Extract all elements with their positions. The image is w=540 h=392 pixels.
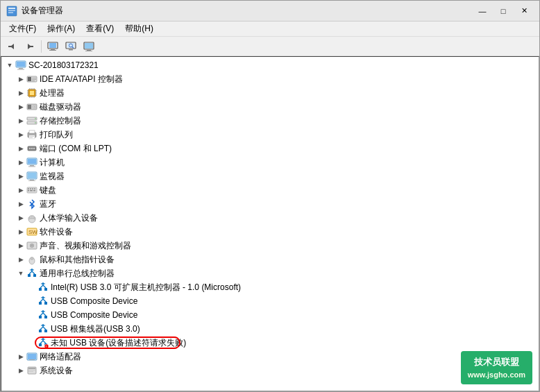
- tree-item-usb-comp2[interactable]: ▶ USB Composite Device: [1, 308, 539, 322]
- menu-view[interactable]: 查看(V): [81, 22, 119, 36]
- watermark-line1: 技术员联盟: [468, 355, 525, 369]
- menu-help[interactable]: 帮助(H): [119, 22, 159, 36]
- tree-item-usb[interactable]: ▼ 通用串行总线控制器: [1, 266, 539, 280]
- toolbar-scan-button[interactable]: [62, 39, 79, 54]
- computer-toolbar-icon: [47, 42, 58, 51]
- svg-rect-103: [39, 330, 42, 332]
- tree-item-cpu[interactable]: ▶: [1, 86, 539, 100]
- maximize-button[interactable]: □: [493, 4, 513, 18]
- network-expander[interactable]: ▶: [15, 351, 26, 362]
- tree-item-port[interactable]: ▶ 端口 (COM 和 LPT): [1, 142, 539, 155]
- svg-rect-26: [28, 77, 31, 81]
- keyboard-icon: [26, 185, 37, 196]
- bluetooth-expander[interactable]: ▶: [15, 198, 26, 210]
- tree-item-usb-comp1[interactable]: ▶ USB Composite Device: [1, 294, 539, 308]
- toolbar-computer-button[interactable]: [44, 39, 61, 54]
- svg-rect-116: [28, 370, 35, 370]
- svg-point-58: [29, 148, 31, 149]
- svg-point-108: [42, 339, 44, 340]
- watermark-line2: www.jsgho.com: [468, 369, 525, 381]
- root-expander[interactable]: ▼: [4, 60, 15, 71]
- storage-expander[interactable]: ▶: [15, 115, 26, 126]
- svg-rect-29: [32, 80, 35, 81]
- svg-rect-63: [30, 165, 34, 167]
- tree-item-print[interactable]: ▶ 打印队列: [1, 128, 539, 142]
- minimize-button[interactable]: —: [473, 4, 492, 18]
- device-tree[interactable]: ▼ SC-201803172321 ▶: [1, 56, 539, 391]
- tree-item-hid[interactable]: ▶ 人体学输入设备: [1, 211, 539, 225]
- system-expander[interactable]: ▶: [15, 365, 26, 376]
- keyboard-label: 键盘: [40, 185, 56, 196]
- usb-expander[interactable]: ▼: [15, 268, 26, 279]
- svg-rect-31: [30, 91, 34, 95]
- usb-hub-label: USB 根集线器(USB 3.0): [51, 323, 140, 335]
- keyboard-expander[interactable]: ▶: [15, 185, 26, 196]
- disk-label: 磁盘驱动器: [40, 101, 81, 113]
- svg-rect-97: [39, 302, 42, 305]
- close-button[interactable]: ✕: [514, 4, 534, 18]
- hid-icon: [26, 212, 37, 223]
- computer-expander[interactable]: ▶: [15, 157, 26, 168]
- tree-item-mouse[interactable]: ▶ 鼠标和其他指针设备: [1, 253, 539, 266]
- back-button[interactable]: [3, 39, 20, 54]
- print-icon: [26, 129, 37, 140]
- forward-button[interactable]: [22, 39, 38, 54]
- svg-rect-73: [34, 189, 35, 190]
- software-expander[interactable]: ▶: [15, 226, 26, 237]
- ide-expander[interactable]: ▶: [15, 74, 26, 85]
- svg-rect-113: [29, 359, 35, 360]
- svg-rect-22: [17, 62, 25, 67]
- svg-rect-64: [28, 167, 35, 167]
- svg-rect-98: [44, 302, 47, 305]
- svg-rect-1: [8, 8, 15, 9]
- computer-item-label: 计算机: [40, 157, 65, 169]
- svg-rect-92: [33, 274, 36, 277]
- disk-expander[interactable]: ▶: [15, 101, 26, 112]
- svg-point-51: [35, 122, 36, 123]
- tree-item-computer[interactable]: ▶ 计算机: [1, 155, 539, 169]
- monitor-expander[interactable]: ▶: [15, 171, 26, 182]
- svg-rect-100: [39, 316, 42, 318]
- tree-item-usb-unknown[interactable]: ▶ ! 未知 USB 设备(设备描述符请求失败): [1, 336, 539, 350]
- tree-item-usb-intel[interactable]: ▶ Intel(R) USB 3.0 可扩展主机控制器 - 1.0 (Micro…: [1, 280, 539, 294]
- root-label: SC-201803172321: [28, 60, 99, 70]
- back-icon: [7, 42, 17, 51]
- monitor-icon: [26, 171, 37, 182]
- svg-rect-53: [29, 130, 35, 133]
- tree-item-disk[interactable]: ▶ 磁盘驱动器: [1, 100, 539, 114]
- svg-rect-20: [85, 51, 92, 51]
- toolbar-monitor-button[interactable]: [81, 39, 97, 54]
- computer-icon: [15, 60, 26, 71]
- usb-unknown-icon: !: [37, 337, 49, 348]
- svg-text:SW: SW: [28, 229, 37, 235]
- menu-bar: 文件(F) 操作(A) 查看(V) 帮助(H): [1, 22, 539, 37]
- sound-expander[interactable]: ▶: [15, 240, 26, 251]
- svg-rect-19: [87, 50, 91, 51]
- tree-item-network[interactable]: ▶ 网络适配器: [1, 350, 539, 364]
- tree-item-storage[interactable]: ▶ 存储控制器: [1, 114, 539, 128]
- svg-point-102: [42, 311, 44, 312]
- system-label: 系统设备: [40, 365, 73, 377]
- cpu-expander[interactable]: ▶: [15, 87, 26, 99]
- menu-action[interactable]: 操作(A): [42, 22, 81, 36]
- menu-file[interactable]: 文件(F): [3, 22, 42, 36]
- tree-item-bluetooth[interactable]: ▶ 蓝牙: [1, 197, 539, 211]
- svg-rect-117: [28, 371, 33, 372]
- tree-item-sound[interactable]: ▶ 声音、视频和游戏控制器: [1, 239, 539, 253]
- ide-label: IDE ATA/ATAPI 控制器: [40, 74, 123, 85]
- port-expander[interactable]: ▶: [15, 143, 26, 154]
- tree-item-usb-hub[interactable]: ▶ USB 根集线器(USB 3.0): [1, 322, 539, 336]
- tree-item-software[interactable]: ▶ SW 软件设备: [1, 225, 539, 239]
- svg-rect-9: [49, 43, 56, 48]
- tree-item-ide[interactable]: ▶ IDE ATA/ATAPI 控制器: [1, 72, 539, 86]
- scan-toolbar-icon: [65, 42, 76, 51]
- hid-label: 人体学输入设备: [40, 212, 98, 224]
- print-expander[interactable]: ▶: [15, 129, 26, 140]
- hid-expander[interactable]: ▶: [15, 212, 26, 223]
- svg-rect-71: [30, 189, 31, 190]
- tree-item-keyboard[interactable]: ▶ 键盘: [1, 183, 539, 197]
- tree-item-system[interactable]: ▶ 系统设备: [1, 364, 539, 377]
- mouse-expander[interactable]: ▶: [15, 254, 26, 265]
- tree-root[interactable]: ▼ SC-201803172321: [1, 58, 539, 72]
- tree-item-monitor[interactable]: ▶ 监视器: [1, 169, 539, 183]
